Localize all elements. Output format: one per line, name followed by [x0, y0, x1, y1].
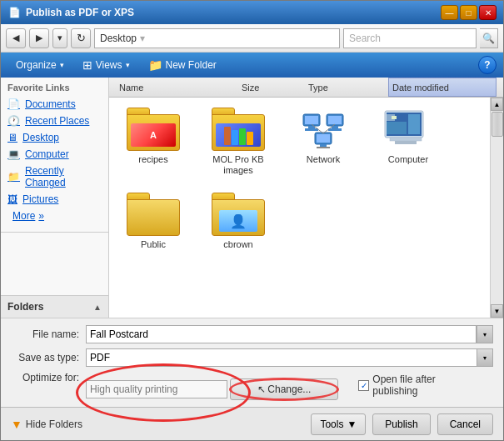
sidebar-item-documents[interactable]: 📄 Documents: [1, 96, 108, 113]
maximize-button[interactable]: □: [460, 5, 477, 20]
sidebar-item-recent-places[interactable]: 🕐 Recent Places: [1, 113, 108, 129]
folder-icon-mol: [212, 108, 265, 151]
sidebar-section-title: Favorite Links: [1, 78, 108, 96]
col-type[interactable]: Type: [305, 83, 388, 93]
organize-arrow: ▾: [60, 61, 64, 69]
col-date-modified[interactable]: Date modified: [388, 78, 497, 97]
bottom-panel: File name: ▾ Save as type: PDF XPS Docum…: [1, 318, 503, 407]
filename-dropdown-arrow[interactable]: ▾: [477, 325, 493, 343]
tools-button[interactable]: Tools ▼: [311, 413, 366, 435]
file-list-header: Name Size Type Date modified: [109, 78, 503, 98]
back-button[interactable]: ◀: [6, 28, 26, 48]
col-name[interactable]: Name: [116, 83, 238, 93]
new-folder-menu[interactable]: 📁 New Folder: [140, 55, 225, 75]
svg-rect-9: [317, 134, 330, 143]
savetype-select[interactable]: PDF XPS Document: [86, 348, 493, 367]
svg-rect-3: [305, 128, 318, 131]
sidebar-item-pictures[interactable]: 🖼 Pictures: [1, 191, 108, 208]
main-area: Favorite Links 📄 Documents 🕐 Recent Plac…: [1, 78, 503, 318]
filename-input[interactable]: [86, 325, 477, 343]
open-after-checkbox[interactable]: ✓: [358, 380, 369, 391]
folder-icon-recipes: A: [127, 108, 180, 151]
file-item-cbrown[interactable]: 👤 cbrown: [201, 189, 276, 253]
file-item-network[interactable]: Network: [286, 104, 361, 179]
svg-rect-7: [328, 128, 342, 131]
recent-places-label: Recent Places: [25, 115, 89, 127]
title-text: Publish as PDF or XPS: [26, 7, 134, 18]
title-bar: 📄 Publish as PDF or XPS — □ ✕: [1, 1, 503, 24]
breadcrumb[interactable]: Desktop ▾: [94, 28, 340, 48]
dropdown-button[interactable]: ▾: [52, 28, 67, 48]
sidebar-divider: [1, 232, 108, 233]
action-bar: ▼ Hide Folders Tools ▼ Publish Cancel: [1, 407, 503, 440]
title-bar-left: 📄 Publish as PDF or XPS: [7, 6, 134, 19]
sidebar-item-desktop[interactable]: 🖥 Desktop: [1, 129, 108, 146]
refresh-button[interactable]: ↻: [71, 28, 91, 48]
title-icon: 📄: [7, 6, 21, 19]
optimize-input[interactable]: [86, 380, 227, 398]
recent-places-icon: 🕐: [7, 115, 20, 127]
svg-rect-11: [317, 147, 330, 148]
cancel-label: Cancel: [450, 418, 481, 430]
change-btn-cursor: ↖: [257, 383, 266, 395]
change-button[interactable]: ↖ Change...: [230, 378, 338, 400]
file-label-network: Network: [289, 154, 357, 165]
svg-rect-17: [395, 141, 417, 144]
minimize-button[interactable]: —: [441, 5, 458, 20]
views-icon: ⊞: [82, 58, 92, 72]
help-label: ?: [484, 59, 490, 71]
file-item-mol[interactable]: MOL Pro KB images: [201, 104, 276, 179]
scrollbar-vertical[interactable]: ▲ ▼: [490, 98, 503, 318]
folders-toggle[interactable]: Folders ▲: [1, 295, 108, 318]
publish-button[interactable]: Publish: [372, 413, 430, 435]
file-item-public[interactable]: Public: [116, 189, 191, 253]
recently-changed-icon: 📁: [7, 171, 20, 183]
file-label-public: Public: [119, 239, 187, 250]
menu-bar: Organize ▾ ⊞ Views ▾ 📁 New Folder ?: [1, 53, 503, 78]
tools-label: Tools: [320, 418, 343, 430]
title-controls: — □ ✕: [441, 5, 497, 20]
open-after-text: Open file afterpublishing: [372, 373, 435, 397]
filename-row: File name: ▾: [11, 325, 493, 343]
scroll-thumb[interactable]: [492, 112, 503, 137]
hide-folders-icon: ▼: [11, 418, 22, 431]
views-menu[interactable]: ⊞ Views ▾: [74, 55, 138, 75]
savetype-select-wrapper: PDF XPS Document ▾: [86, 348, 493, 367]
file-item-recipes[interactable]: A recipes: [116, 104, 191, 179]
organize-menu[interactable]: Organize ▾: [7, 56, 72, 74]
file-item-computer[interactable]: Computer: [371, 104, 446, 179]
more-icon: »: [38, 210, 44, 222]
documents-label: Documents: [25, 98, 76, 110]
sidebar-more[interactable]: More »: [1, 208, 108, 228]
search-input[interactable]: Search: [343, 28, 477, 48]
hide-folders-button[interactable]: ▼ Hide Folders: [11, 418, 82, 431]
close-button[interactable]: ✕: [479, 5, 497, 20]
cancel-button[interactable]: Cancel: [437, 413, 493, 435]
sidebar: Favorite Links 📄 Documents 🕐 Recent Plac…: [1, 78, 109, 318]
help-button[interactable]: ?: [478, 56, 497, 74]
desktop-label: Desktop: [22, 132, 59, 143]
pictures-label: Pictures: [22, 193, 58, 205]
col-size[interactable]: Size: [238, 83, 305, 93]
file-grid-inner: A recipes: [116, 104, 483, 254]
content-area: Name Size Type Date modified: [109, 78, 503, 318]
svg-rect-20: [408, 114, 420, 134]
open-after-label[interactable]: ✓ Open file afterpublishing: [358, 373, 435, 397]
new-folder-icon: 📁: [148, 58, 162, 72]
scroll-track[interactable]: [491, 111, 503, 304]
file-label-mol: MOL Pro KB images: [204, 154, 272, 176]
svg-rect-1: [305, 116, 318, 124]
search-button[interactable]: 🔍: [480, 28, 498, 48]
folders-label: Folders: [7, 301, 43, 313]
new-folder-label: New Folder: [166, 59, 217, 71]
sidebar-item-recently-changed[interactable]: 📁 Recently Changed: [1, 163, 108, 191]
forward-button[interactable]: ▶: [29, 28, 49, 48]
scroll-down-button[interactable]: ▼: [491, 304, 503, 318]
publish-label: Publish: [385, 418, 417, 430]
sidebar-item-computer[interactable]: 💻 Computer: [1, 146, 108, 163]
breadcrumb-arrow: ▾: [140, 33, 145, 44]
more-label: More: [12, 210, 35, 222]
scroll-up-button[interactable]: ▲: [491, 98, 503, 111]
change-btn-area: ↖ Change...: [230, 375, 338, 400]
file-grid: A recipes: [109, 98, 490, 318]
